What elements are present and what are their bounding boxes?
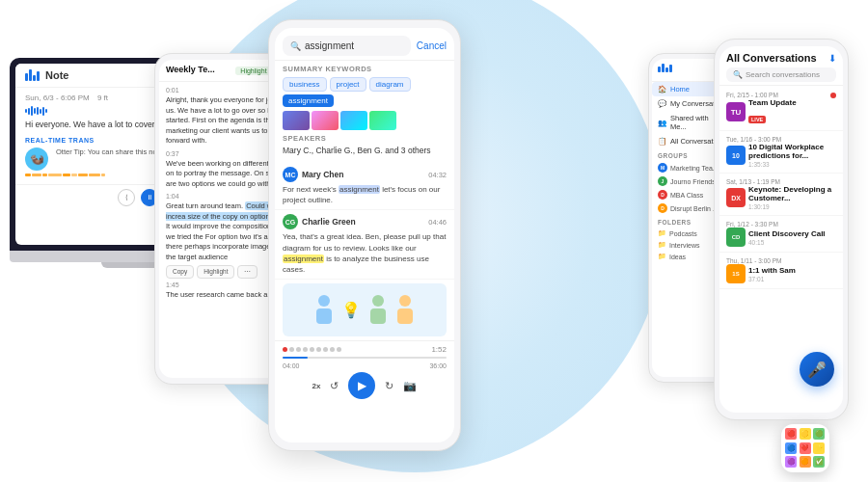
search-input[interactable]: 🔍 assignment — [283, 36, 411, 56]
bar2 — [29, 69, 32, 81]
emoji-5[interactable]: ❤️ — [800, 442, 811, 454]
emoji-2[interactable]: 🟡 — [800, 428, 811, 440]
download-icon[interactable]: ⬇ — [828, 53, 836, 64]
all-conv-title-row: All Conversations ⬇ — [726, 52, 836, 64]
conversation-keynote[interactable]: Sat, 1/13 - 1:19 PM DX Keynote: Developi… — [719, 174, 843, 216]
otter-bars-icon — [25, 69, 40, 81]
cancel-button[interactable]: Cancel — [417, 40, 447, 51]
group-journo-label: Journo Friends — [670, 178, 716, 185]
more-button[interactable]: ⋯ — [237, 265, 258, 279]
group-marketing-label: Marketing Tea... — [670, 165, 719, 172]
dot-4 — [303, 347, 308, 352]
skip-back-button[interactable]: ⟨ — [118, 189, 135, 206]
avatar-charlie: CG — [283, 214, 298, 229]
group-mba-label: MBA Class — [670, 192, 703, 199]
emoji-4[interactable]: 🔵 — [785, 442, 797, 454]
conv-duration-5: 37:01 — [748, 276, 796, 282]
msg-name-mary: Mary Chen — [302, 170, 343, 179]
idea-icon: 💡 — [341, 301, 361, 319]
video-thumbnail: 💡 — [283, 283, 447, 336]
camera-icon[interactable]: 📷 — [403, 380, 417, 392]
chip-assignment[interactable]: assignment — [283, 94, 334, 107]
dot-7 — [323, 347, 328, 352]
phone-search-bar[interactable]: 🔍 assignment Cancel — [275, 28, 454, 61]
sbar2 — [662, 64, 665, 72]
sbar1 — [658, 67, 661, 72]
dot-1 — [283, 347, 287, 352]
playbar-controls[interactable]: 2x ↺ ▶ ↻ 📷 — [283, 372, 447, 399]
conv-avatar-5: 1S — [726, 264, 746, 283]
emoji-8[interactable]: 🟠 — [800, 456, 811, 468]
speaker-thumb-2 — [312, 111, 339, 130]
shared-icon: 👥 — [658, 119, 666, 127]
transcript-message-1: MC Mary Chen 04:32 For next week's assig… — [275, 163, 454, 210]
speed-label[interactable]: 2x — [312, 382, 321, 390]
speaker-thumb-3 — [340, 111, 367, 130]
group-avatar-disrupt: D — [658, 203, 667, 213]
dot-5 — [310, 347, 314, 352]
conv-title-3: Keynote: Developing a Customer... — [748, 185, 836, 202]
highlight-button[interactable]: Highlight — [197, 265, 234, 279]
rewind-icon[interactable]: ↺ — [330, 380, 339, 392]
conv-avatar-3: DX — [726, 188, 746, 207]
msg-text-mary: For next week's assignment let's focus o… — [283, 184, 447, 205]
group-avatar-mba: D — [658, 190, 667, 200]
msg-text-charlie: Yea, that's a great idea. Ben, please pu… — [283, 231, 447, 275]
conversation-client-discovery[interactable]: Fri, 1/12 - 3:30 PM CD Client Discovery … — [719, 216, 843, 253]
dot-9 — [337, 347, 341, 352]
person-icon-3 — [395, 293, 415, 328]
emoji-1[interactable]: 🔴 — [785, 428, 797, 440]
chip-business[interactable]: business — [283, 77, 327, 92]
conversation-1on1-sam[interactable]: Thu, 1/11 - 3:00 PM 1S 1:1 with Sam 37:0… — [719, 253, 843, 289]
otter-mascot-icon: 🦦 — [25, 147, 48, 171]
home-label: Home — [670, 85, 690, 94]
conversation-digital-workplace[interactable]: Tue, 1/16 - 3:00 PM 10 10 Digital Workpl… — [719, 131, 843, 174]
search-term: assignment — [305, 40, 354, 51]
emoji-6[interactable]: ⭐ — [813, 442, 825, 454]
conv-date-1: Fri, 2/15 - 1:00 PM — [726, 92, 778, 98]
svg-point-2 — [372, 295, 384, 307]
all-conv-title: All Conversations — [726, 52, 817, 64]
person-icon-2 — [368, 293, 388, 328]
chip-diagram[interactable]: diagram — [369, 77, 411, 92]
phone-search-device: 🔍 assignment Cancel SUMMARY KEYWORDS bus… — [268, 19, 461, 451]
bar3 — [33, 75, 36, 81]
mic-fab-button[interactable]: 🎤 — [800, 352, 834, 387]
play-button[interactable]: ▶ — [348, 372, 375, 399]
emoji-3[interactable]: 🟢 — [813, 428, 825, 440]
playbar-progress[interactable] — [283, 357, 447, 359]
conversation-team-update[interactable]: Fri, 2/15 - 1:00 PM TU Team Update LIVE — [719, 86, 843, 131]
phone-playbar[interactable]: 1:52 04:00 36:00 2x ↺ ▶ ↻ 📷 — [275, 340, 454, 403]
chip-project[interactable]: project — [330, 77, 366, 92]
conversations-search[interactable]: 🔍 Search conversations — [726, 67, 836, 82]
emoji-keyboard[interactable]: 🔴 🟡 🟢 🔵 ❤️ ⭐ 🟣 🟠 ✅ — [781, 424, 829, 472]
svg-rect-5 — [397, 308, 413, 324]
conv-date-5: Thu, 1/11 - 3:00 PM — [726, 257, 836, 264]
conv-avatar-2: 10 — [726, 146, 746, 165]
phone-search-frame: 🔍 assignment Cancel SUMMARY KEYWORDS bus… — [268, 19, 461, 451]
folder-icon-2: 📁 — [658, 241, 666, 249]
all-conv-icon: 📋 — [658, 137, 666, 146]
transcript-message-2: CG Charlie Green 04:46 Yea, that's a gre… — [275, 210, 454, 280]
folder-interviews-label: Interviews — [669, 242, 700, 249]
speakers-names: Mary C., Charlie G., Ben G. and 3 others — [283, 146, 447, 155]
conv-duration-3: 1:30:19 — [748, 203, 836, 210]
folder-ideas-label: Ideas — [669, 254, 686, 260]
speakers-label: SPEAKERS — [283, 134, 447, 143]
conv-avatar-1: TU — [726, 102, 746, 121]
search-icon: 🔍 — [290, 41, 301, 51]
avatar-mary: MC — [283, 167, 298, 182]
emoji-9[interactable]: ✅ — [813, 456, 825, 468]
conv-date-4: Fri, 1/12 - 3:30 PM — [726, 221, 836, 228]
laptop-note-title: Note — [45, 69, 68, 81]
folder-podcasts-label: Podcasts — [669, 230, 697, 237]
keyword-chips[interactable]: business project diagram assignment — [283, 77, 447, 107]
msg-header-2: CG Charlie Green 04:46 — [283, 214, 447, 229]
person-icon-1 — [314, 293, 334, 328]
conv-date-2: Tue, 1/16 - 3:00 PM — [726, 136, 836, 143]
time-end: 36:00 — [429, 362, 447, 369]
copy-button[interactable]: Copy — [166, 265, 194, 279]
bar1 — [25, 73, 28, 81]
emoji-7[interactable]: 🟣 — [785, 456, 797, 468]
forward-icon[interactable]: ↻ — [385, 380, 393, 392]
